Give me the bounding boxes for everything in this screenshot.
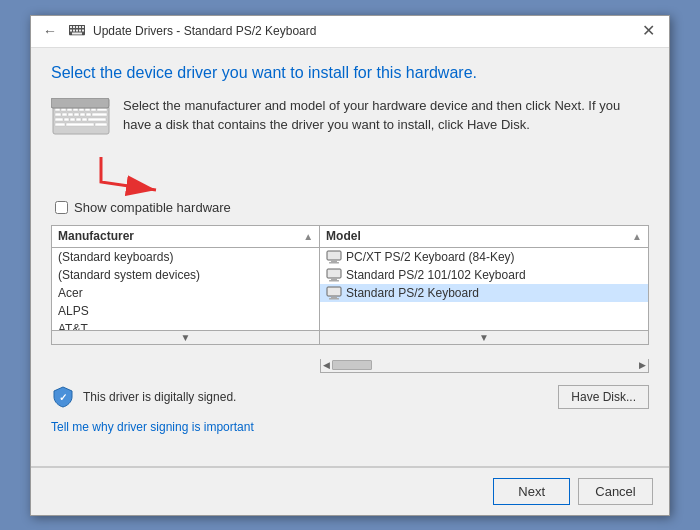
svg-rect-35 xyxy=(66,123,94,126)
svg-rect-2 xyxy=(73,26,75,28)
manufacturer-items[interactable]: (Standard keyboards) (Standard system de… xyxy=(52,248,319,330)
scroll-thumb[interactable] xyxy=(332,360,372,370)
svg-rect-34 xyxy=(55,123,65,126)
svg-rect-21 xyxy=(55,113,61,116)
svg-rect-1 xyxy=(70,26,72,28)
svg-rect-28 xyxy=(55,118,63,121)
model-header-text: Model xyxy=(326,229,361,243)
svg-rect-47 xyxy=(329,298,339,300)
svg-rect-25 xyxy=(80,113,85,116)
list-item[interactable]: Standard PS/2 Keyboard xyxy=(320,284,648,302)
svg-rect-7 xyxy=(73,30,75,32)
link-row: Tell me why driver signing is important xyxy=(51,419,649,434)
scrollbar-area: ◀ ▶ xyxy=(51,359,649,373)
manufacturer-list: Manufacturer ▲ (Standard keyboards) (Sta… xyxy=(51,225,320,345)
show-compatible-label[interactable]: Show compatible hardware xyxy=(74,200,231,215)
model-items[interactable]: PC/XT PS/2 Keyboard (84-Key) Standard PS… xyxy=(320,248,648,330)
svg-rect-23 xyxy=(68,113,73,116)
footer-row: ✓ This driver is digitally signed. Have … xyxy=(51,385,649,409)
svg-rect-33 xyxy=(88,118,106,121)
lists-container: Manufacturer ▲ (Standard keyboards) (Sta… xyxy=(51,225,649,345)
svg-rect-22 xyxy=(62,113,67,116)
list-item[interactable]: PC/XT PS/2 Keyboard (84-Key) xyxy=(320,248,648,266)
title-bar-left: ← Update Drivers - Standard PS xyxy=(39,21,636,41)
svg-rect-5 xyxy=(82,26,84,28)
svg-rect-31 xyxy=(76,118,81,121)
keyboard-image xyxy=(51,98,111,138)
cancel-button[interactable]: Cancel xyxy=(578,478,653,505)
svg-rect-39 xyxy=(327,251,341,260)
model-item-text: Standard PS/2 101/102 Keyboard xyxy=(346,268,525,282)
button-bar: Next Cancel xyxy=(31,467,669,515)
list-item[interactable]: Standard PS/2 101/102 Keyboard xyxy=(320,266,648,284)
next-button[interactable]: Next xyxy=(493,478,570,505)
svg-rect-4 xyxy=(79,26,81,28)
manufacturer-scroll-up[interactable]: ▲ xyxy=(303,231,313,242)
list-item[interactable]: (Standard keyboards) xyxy=(52,248,319,266)
svg-rect-42 xyxy=(327,269,341,278)
driver-signing-link[interactable]: Tell me why driver signing is important xyxy=(51,420,254,434)
svg-rect-44 xyxy=(329,280,339,282)
manufacturer-scroll-down[interactable]: ▼ xyxy=(181,332,191,343)
svg-rect-46 xyxy=(331,296,337,298)
show-compatible-checkbox[interactable] xyxy=(55,201,68,214)
update-drivers-dialog: ← Update Drivers - Standard PS xyxy=(30,15,670,516)
list-item[interactable]: Acer xyxy=(52,284,319,302)
svg-rect-32 xyxy=(82,118,87,121)
model-scroll-down[interactable]: ▼ xyxy=(479,332,489,343)
back-button[interactable]: ← xyxy=(39,21,61,41)
svg-rect-6 xyxy=(70,30,72,32)
svg-rect-26 xyxy=(86,113,91,116)
model-item-text: PC/XT PS/2 Keyboard (84-Key) xyxy=(346,250,515,264)
model-header: Model ▲ xyxy=(320,226,648,248)
model-scroll-up[interactable]: ▲ xyxy=(632,231,642,242)
svg-rect-29 xyxy=(64,118,69,121)
svg-rect-41 xyxy=(329,262,339,264)
description-text: Select the manufacturer and model of you… xyxy=(123,96,649,135)
list-item[interactable]: ALPS xyxy=(52,302,319,320)
svg-rect-30 xyxy=(70,118,75,121)
title-bar: ← Update Drivers - Standard PS xyxy=(31,16,669,48)
close-button[interactable]: ✕ xyxy=(636,21,661,41)
driver-signed-text: This driver is digitally signed. xyxy=(83,390,236,404)
svg-rect-9 xyxy=(79,30,81,32)
page-heading: Select the device driver you want to ins… xyxy=(51,64,649,82)
horizontal-scrollbar[interactable]: ◀ ▶ xyxy=(320,359,649,373)
dialog-title: Update Drivers - Standard PS/2 Keyboard xyxy=(93,24,316,38)
model-item-text: Standard PS/2 Keyboard xyxy=(346,286,479,300)
dialog-content: Select the device driver you want to ins… xyxy=(31,48,669,466)
shield-signed-icon: ✓ xyxy=(51,385,75,409)
have-disk-button[interactable]: Have Disk... xyxy=(558,385,649,409)
scroll-right-arrow[interactable]: ▶ xyxy=(639,360,646,370)
svg-rect-43 xyxy=(331,278,337,280)
manufacturer-spacer xyxy=(51,359,320,373)
svg-rect-36 xyxy=(95,123,107,126)
driver-signed-row: ✓ This driver is digitally signed. xyxy=(51,385,236,409)
svg-rect-3 xyxy=(76,26,78,28)
svg-rect-27 xyxy=(92,113,107,116)
svg-rect-10 xyxy=(82,30,84,32)
list-item[interactable]: AT&T xyxy=(52,320,319,330)
svg-text:✓: ✓ xyxy=(59,392,67,403)
list-item[interactable]: (Standard system devices) xyxy=(52,266,319,284)
description-row: Select the manufacturer and model of you… xyxy=(51,96,649,138)
manufacturer-header: Manufacturer ▲ xyxy=(52,226,319,248)
svg-rect-11 xyxy=(72,33,82,35)
svg-rect-8 xyxy=(76,30,78,32)
model-list: Model ▲ PC/XT PS/2 Keyboard (84-Key) xyxy=(320,225,649,345)
keyboard-title-icon xyxy=(69,23,85,39)
manufacturer-header-text: Manufacturer xyxy=(58,229,134,243)
svg-rect-45 xyxy=(327,287,341,296)
red-arrow xyxy=(91,152,649,196)
svg-rect-37 xyxy=(51,98,109,108)
svg-rect-40 xyxy=(331,260,337,262)
checkbox-row: Show compatible hardware xyxy=(55,200,649,215)
scroll-left-arrow[interactable]: ◀ xyxy=(323,360,330,370)
svg-rect-24 xyxy=(74,113,79,116)
